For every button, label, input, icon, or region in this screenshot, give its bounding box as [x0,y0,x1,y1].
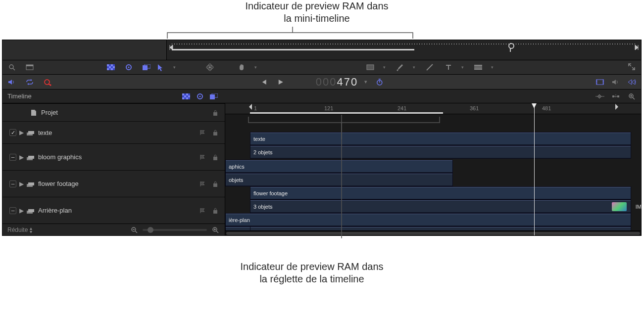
callout-bottom-line2: la réglette de la timeline [183,273,441,285]
visibility-partial[interactable]: – [6,154,19,161]
pen-icon[interactable] [396,63,404,72]
zoom-slider[interactable] [143,229,207,231]
app-window: ▾ ▾ ▾ ▾ ▾ ▾ [2,40,642,236]
record-icon[interactable] [43,78,52,87]
visibility-partial[interactable]: – [6,180,19,187]
tracks-scrollbar[interactable] [225,230,641,235]
disclosure-icon[interactable]: ▶ [19,207,26,214]
window-icon[interactable] [25,63,34,72]
track-3-title: ière-plan [229,217,250,223]
expand-icon[interactable] [627,62,636,71]
layer-row-3[interactable]: – ▶ Arrière-plan [2,197,225,224]
mini-timeline-playhead[interactable] [508,43,512,52]
timeline-ruler[interactable]: 1 121 241 361 481 [225,103,641,114]
arrow-tool-dropdown[interactable]: ▾ [173,65,176,70]
gear-icon[interactable] [124,63,133,72]
track-2-title: flower footage [253,190,288,196]
zoom-control [130,225,220,234]
track-2-header[interactable]: flower footage [250,186,631,200]
gear-icon-2[interactable] [196,92,204,101]
tee-icon[interactable] [444,63,453,72]
flag-icon[interactable] [198,153,207,162]
lock-icon[interactable] [211,108,220,117]
ruler-in-marker[interactable] [248,103,253,110]
svg-rect-48 [28,182,34,185]
track-0-sub-label: 2 objets [253,149,273,155]
flag-icon[interactable] [198,128,207,137]
track-3-header[interactable]: ière-plan [225,213,631,226]
tee-dropdown[interactable]: ▾ [461,65,464,70]
playhead-line[interactable] [534,103,535,235]
svg-point-18 [397,70,398,71]
layer-row-0[interactable]: ✓ ▶ texte [2,121,225,143]
lock-icon[interactable] [211,153,220,162]
timecode-dropdown[interactable]: ▾ [364,79,367,85]
mini-timeline[interactable] [167,40,641,60]
zoom-out-icon[interactable] [130,225,139,234]
callout-bottom-line1: Indicateur de preview RAM dans [183,261,441,273]
search-icon[interactable] [7,63,16,72]
disclosure-icon[interactable]: ▶ [19,180,26,187]
svg-point-0 [9,65,13,69]
mini-timeline-ram-indicator [172,49,414,50]
disclosure-icon[interactable]: ▶ [19,154,26,161]
track-1-sub[interactable]: objets [225,173,453,186]
footer-mode-stepper[interactable]: ▴▾ [30,226,32,233]
hand-icon[interactable] [237,63,246,72]
snap-icon[interactable] [611,92,620,101]
sound-icon[interactable] [611,78,620,87]
layer-row-project[interactable]: Projet [2,103,225,121]
loop-icon[interactable] [25,78,34,87]
pen-dropdown[interactable]: ▾ [413,65,415,70]
callout-top: Indicateur de preview RAM dans la mini-t… [168,0,465,40]
timecode-display[interactable]: 000470 [316,76,358,89]
svg-rect-21 [474,69,482,70]
disclosure-icon[interactable]: ▶ [19,129,26,136]
rect-icon[interactable] [366,63,375,72]
checker-icon[interactable] [106,63,115,72]
panel-icon[interactable] [142,63,151,72]
visibility-partial[interactable]: – [6,207,19,214]
orbit-icon[interactable] [205,63,214,72]
mini-out-marker[interactable] [633,44,639,51]
zoom-in-icon[interactable] [627,92,636,101]
track-0-sub[interactable]: 2 objets [250,145,631,159]
keyframe-icon[interactable] [595,92,604,101]
play-icon[interactable] [276,78,285,87]
clip-dropdown[interactable]: ▾ [491,65,494,70]
lock-icon[interactable] [211,128,220,137]
line-icon[interactable] [425,63,434,72]
clip-icon[interactable] [474,63,483,72]
arrow-tool-icon[interactable] [156,63,165,72]
layers-panel: Projet ✓ ▶ texte – ▶ bloom graphics [2,103,225,235]
timer-icon[interactable] [375,78,384,87]
svg-rect-43 [213,132,217,135]
ruler-out-marker[interactable] [614,103,619,110]
svg-rect-2 [26,65,33,66]
track-0-header[interactable]: texte [250,132,631,145]
track-1-header[interactable]: aphics [225,160,453,173]
layer-row-1[interactable]: – ▶ bloom graphics [2,143,225,170]
playhead-handle[interactable] [532,103,537,109]
footer-mode-label[interactable]: Réduite [7,226,28,233]
visibility-checkbox[interactable]: ✓ [6,129,19,136]
hand-dropdown[interactable]: ▾ [254,65,257,70]
zoom-in-icon-2[interactable] [211,225,220,234]
rect-dropdown[interactable]: ▾ [383,65,386,70]
layer-row-2[interactable]: – ▶ flower footage [2,170,225,197]
rewind-icon[interactable] [627,78,636,87]
track-2-sub[interactable]: 3 objets IM [250,200,631,213]
tracks-area[interactable]: 1 121 241 361 481 texte 2 objets aphics … [225,103,641,235]
lock-icon[interactable] [211,206,220,215]
svg-rect-51 [28,209,34,212]
speaker-icon[interactable] [7,78,16,87]
flag-icon[interactable] [198,206,207,215]
checker-icon-2[interactable] [182,92,191,101]
svg-rect-45 [28,156,34,159]
panel-icon-2[interactable] [209,92,218,101]
flag-icon[interactable] [198,179,207,188]
goto-start-icon[interactable] [259,78,268,87]
film-icon[interactable] [595,78,604,87]
lock-icon[interactable] [211,179,220,188]
track-1-title: aphics [229,164,245,170]
